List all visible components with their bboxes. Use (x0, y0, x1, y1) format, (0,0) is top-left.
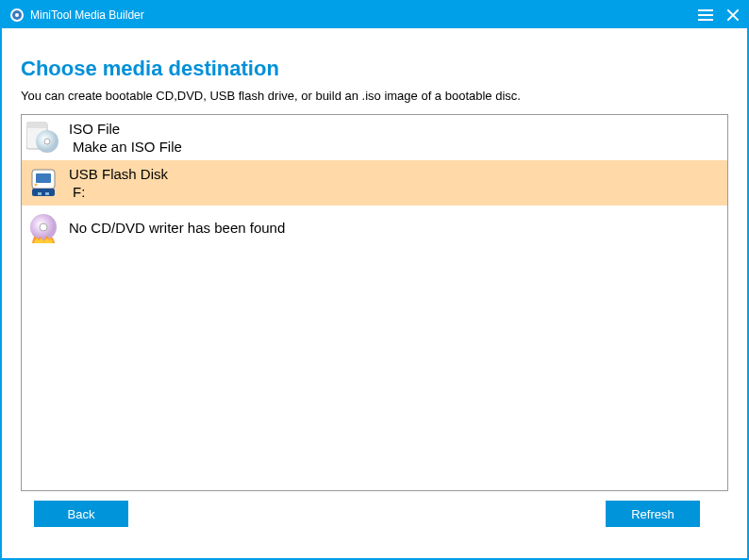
option-usb-flash[interactable]: USB Flash Disk F: (22, 160, 727, 206)
svg-rect-9 (32, 189, 55, 196)
svg-point-6 (44, 139, 50, 144)
svg-rect-11 (45, 192, 49, 195)
option-text: No CD/DVD writer has been found (69, 219, 285, 238)
back-button[interactable]: Back (34, 501, 128, 527)
option-text: USB Flash Disk F: (69, 165, 168, 202)
page-title: Choose media destination (21, 57, 728, 81)
title-bar[interactable]: MiniTool Media Builder (2, 2, 747, 28)
option-text: ISO File Make an ISO File (69, 120, 182, 156)
page-subtitle: You can create bootable CD,DVD, USB flas… (21, 89, 728, 103)
app-icon (9, 8, 25, 23)
option-subtitle: F: (69, 183, 168, 202)
option-iso-file[interactable]: ISO File Make an ISO File (22, 115, 727, 160)
menu-icon[interactable] (698, 9, 713, 21)
svg-point-2 (15, 13, 19, 17)
option-title: ISO File (69, 120, 182, 139)
usb-icon (25, 165, 61, 201)
dvd-fire-icon (25, 210, 61, 246)
window-title: MiniTool Media Builder (30, 8, 698, 22)
svg-point-12 (35, 184, 38, 187)
content-area: Choose media destination You can create … (2, 28, 747, 540)
close-icon[interactable] (726, 8, 740, 22)
svg-rect-8 (36, 173, 51, 183)
option-title: No CD/DVD writer has been found (69, 219, 285, 238)
footer-buttons: Back Refresh (21, 491, 728, 527)
option-cd-dvd[interactable]: No CD/DVD writer has been found (22, 206, 727, 251)
refresh-button[interactable]: Refresh (606, 501, 700, 527)
svg-rect-10 (38, 192, 42, 195)
option-title: USB Flash Disk (69, 165, 168, 184)
option-subtitle: Make an ISO File (69, 138, 182, 156)
media-option-list: ISO File Make an ISO File USB Flash Disk… (21, 114, 728, 491)
disc-iso-icon (25, 120, 61, 156)
svg-point-14 (40, 223, 47, 231)
svg-rect-4 (26, 123, 47, 128)
